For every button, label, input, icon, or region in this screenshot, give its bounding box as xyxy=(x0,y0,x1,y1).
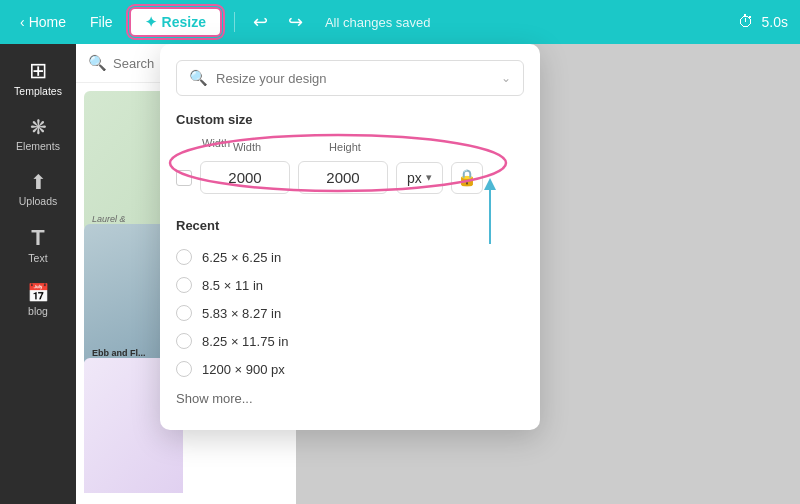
show-more-link[interactable]: Show more... xyxy=(176,383,524,414)
elements-label: Elements xyxy=(16,140,60,152)
resize-button[interactable]: ✦ Resize xyxy=(129,7,222,37)
lock-button[interactable]: 🔒 xyxy=(451,162,483,194)
unit-chevron-icon: ▾ xyxy=(426,171,432,184)
text-icon: T xyxy=(31,227,44,249)
home-label: Home xyxy=(29,14,66,30)
elements-icon: ❋ xyxy=(30,117,47,137)
home-button[interactable]: ‹ Home xyxy=(12,10,74,34)
size-inputs-container: Width 2000 2000 px ▾ 🔒 Width Height xyxy=(176,137,524,202)
width-label: Width xyxy=(202,137,524,149)
recent-item-2[interactable]: 5.83 × 8.27 in xyxy=(176,299,524,327)
uploads-label: Uploads xyxy=(19,195,58,207)
topbar-right: ⏱ 5.0s xyxy=(738,13,788,31)
saved-status: All changes saved xyxy=(325,15,431,30)
sidebar-item-text[interactable]: T Text xyxy=(4,219,72,272)
recent-label: Recent xyxy=(176,218,524,233)
recent-checkbox-0[interactable] xyxy=(176,249,192,265)
recent-text-3: 8.25 × 11.75 in xyxy=(202,334,288,349)
blog-icon: 📅 xyxy=(27,284,49,302)
recent-item-1[interactable]: 8.5 × 11 in xyxy=(176,271,524,299)
recent-text-2: 5.83 × 8.27 in xyxy=(202,306,281,321)
timer-value: 5.0s xyxy=(762,14,788,30)
custom-size-label: Custom size xyxy=(176,112,524,127)
uploads-icon: ⬆ xyxy=(30,172,47,192)
recent-checkbox-1[interactable] xyxy=(176,277,192,293)
resize-panel: 🔍 ⌄ Custom size Width 2000 2000 px ▾ 🔒 xyxy=(160,44,540,430)
resize-search-input[interactable] xyxy=(216,71,493,86)
inputs-inner: 2000 2000 px ▾ 🔒 xyxy=(200,161,483,194)
resize-search-row: 🔍 ⌄ xyxy=(176,60,524,96)
templates-icon: ⊞ xyxy=(29,60,47,82)
undo-button[interactable]: ↩ xyxy=(247,7,274,37)
width-input[interactable]: 2000 xyxy=(200,161,290,194)
panel-search-icon: 🔍 xyxy=(88,54,107,72)
text-label: Text xyxy=(28,252,47,264)
lock-icon: 🔒 xyxy=(457,168,477,187)
recent-text-1: 8.5 × 11 in xyxy=(202,278,263,293)
templates-label: Templates xyxy=(14,85,62,97)
blog-label: blog xyxy=(28,305,48,317)
height-input[interactable]: 2000 xyxy=(298,161,388,194)
width-group: Width xyxy=(176,137,524,149)
sidebar-item-blog[interactable]: 📅 blog xyxy=(4,276,72,325)
recent-item-4[interactable]: 1200 × 900 px xyxy=(176,355,524,383)
chevron-left-icon: ‹ xyxy=(20,14,25,30)
size-inputs-row: 2000 2000 px ▾ 🔒 xyxy=(176,153,524,202)
resize-icon: ✦ xyxy=(145,14,157,30)
recent-text-4: 1200 × 900 px xyxy=(202,362,285,377)
size-checkbox[interactable] xyxy=(176,170,192,186)
recent-items-list: 6.25 × 6.25 in 8.5 × 11 in 5.83 × 8.27 i… xyxy=(176,243,524,383)
recent-item-0[interactable]: 6.25 × 6.25 in xyxy=(176,243,524,271)
sidebar: ⊞ Templates ❋ Elements ⬆ Uploads T Text … xyxy=(0,44,76,504)
topbar: ‹ Home File ✦ Resize ↩ ↪ All changes sav… xyxy=(0,0,800,44)
unit-select[interactable]: px ▾ xyxy=(396,162,443,194)
recent-checkbox-4[interactable] xyxy=(176,361,192,377)
sidebar-item-uploads[interactable]: ⬆ Uploads xyxy=(4,164,72,215)
resize-search-icon: 🔍 xyxy=(189,69,208,87)
recent-text-0: 6.25 × 6.25 in xyxy=(202,250,281,265)
sidebar-item-templates[interactable]: ⊞ Templates xyxy=(4,52,72,105)
dropdown-chevron-icon: ⌄ xyxy=(501,71,511,85)
recent-checkbox-2[interactable] xyxy=(176,305,192,321)
file-menu[interactable]: File xyxy=(82,10,121,34)
timer-icon: ⏱ xyxy=(738,13,754,31)
sidebar-item-elements[interactable]: ❋ Elements xyxy=(4,109,72,160)
divider xyxy=(234,12,235,32)
recent-checkbox-3[interactable] xyxy=(176,333,192,349)
unit-value: px xyxy=(407,170,422,186)
resize-label: Resize xyxy=(162,14,206,30)
redo-button[interactable]: ↪ xyxy=(282,7,309,37)
recent-item-3[interactable]: 8.25 × 11.75 in xyxy=(176,327,524,355)
